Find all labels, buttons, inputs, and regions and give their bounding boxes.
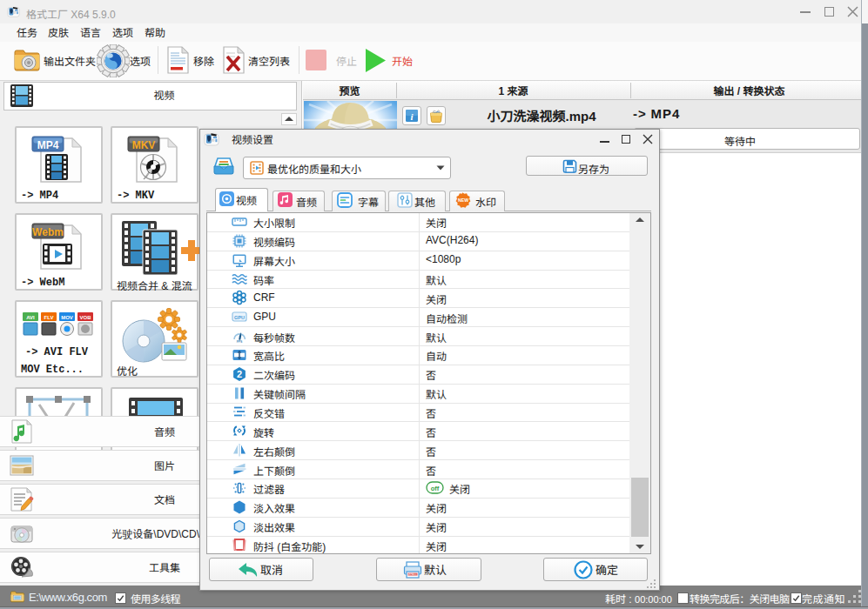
svg-text:MP4: MP4 xyxy=(37,139,59,151)
svg-text:GPU: GPU xyxy=(234,315,245,320)
svg-text:DEFAULT: DEFAULT xyxy=(407,572,418,576)
svg-text:MOV: MOV xyxy=(61,315,73,320)
svg-text:MKV: MKV xyxy=(132,139,156,151)
svg-text:Webm: Webm xyxy=(32,226,64,238)
svg-text:FPS: FPS xyxy=(237,340,243,344)
svg-text:VOB: VOB xyxy=(79,315,91,320)
svg-text:off: off xyxy=(431,485,440,492)
svg-text:AVI: AVI xyxy=(26,315,35,320)
svg-text:NEW: NEW xyxy=(458,197,468,203)
svg-text:FLV: FLV xyxy=(44,315,54,320)
svg-text:2: 2 xyxy=(237,369,242,379)
